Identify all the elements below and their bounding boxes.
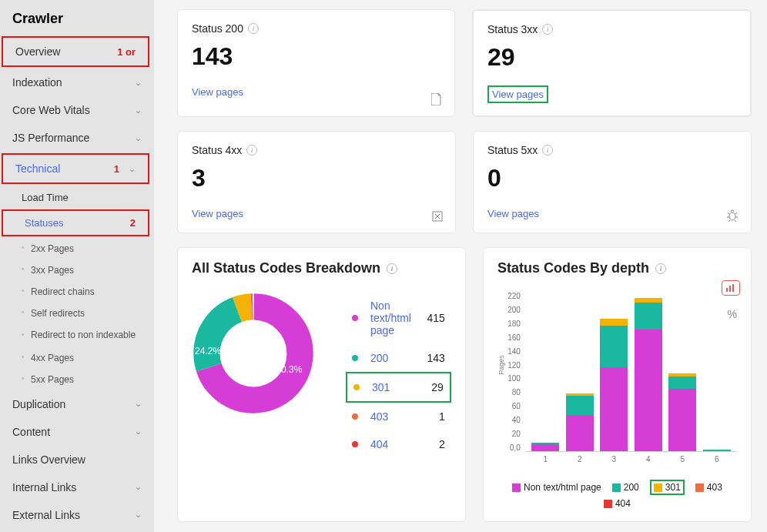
card-value: 0 bbox=[487, 164, 737, 192]
legend-row[interactable]: 200 143 bbox=[346, 344, 451, 372]
info-icon[interactable]: i bbox=[655, 263, 666, 274]
nav-redirect-non-indexable[interactable]: Redirect to non indexable bbox=[0, 324, 154, 347]
nav-3xx-pages[interactable]: 3xx Pages bbox=[0, 259, 154, 281]
card-title: Status 200 i bbox=[192, 22, 440, 35]
donut-pct-label: 0.3% bbox=[281, 364, 302, 375]
nav-self-redirects[interactable]: Self redirects bbox=[0, 303, 154, 324]
legend-item[interactable]: Non text/html page bbox=[512, 482, 601, 493]
info-icon[interactable]: i bbox=[542, 24, 553, 35]
card-depth: Status Codes By depth i % Pages 22020018… bbox=[483, 247, 752, 522]
nav-5xx-pages[interactable]: 5xx Pages bbox=[0, 369, 154, 390]
legend-row-301[interactable]: 301 29 bbox=[346, 372, 451, 403]
card-breakdown: All Status Codes Breakdown i 24.2% 0.3% bbox=[177, 247, 466, 522]
svg-point-1 bbox=[729, 212, 735, 220]
legend-row[interactable]: Non text/html page 415 bbox=[346, 292, 451, 344]
chevron-down-icon: ⌄ bbox=[129, 164, 136, 174]
svg-rect-7 bbox=[729, 286, 731, 292]
legend-item[interactable]: 403 bbox=[695, 482, 722, 493]
info-icon[interactable]: i bbox=[246, 145, 257, 156]
info-icon[interactable]: i bbox=[248, 23, 259, 34]
bars-area bbox=[525, 292, 737, 452]
nav-core-web-vitals[interactable]: Core Web Vitals ⌄ bbox=[0, 96, 154, 124]
nav-indexation[interactable]: Indexation ⌄ bbox=[0, 69, 154, 96]
info-icon[interactable]: i bbox=[387, 263, 397, 274]
bug-icon bbox=[726, 209, 739, 222]
chevron-down-icon: ⌄ bbox=[135, 105, 142, 115]
nav-load-time[interactable]: Load Time bbox=[0, 186, 154, 209]
svg-rect-8 bbox=[732, 284, 734, 292]
nav-external-links[interactable]: External Links ⌄ bbox=[0, 501, 154, 529]
card-title: Status 4xx i bbox=[192, 144, 441, 156]
nav-4xx-pages[interactable]: 4xx Pages bbox=[0, 347, 154, 369]
section-title: Status Codes By depth i bbox=[497, 260, 737, 276]
legend-item[interactable]: 404 bbox=[604, 498, 631, 509]
depth-legend: Non text/html page 200 301 403 404 bbox=[497, 480, 737, 509]
card-status-4xx: Status 4xx i 3 View pages bbox=[177, 131, 456, 233]
chevron-down-icon: ⌄ bbox=[135, 427, 142, 437]
nav-internal-links[interactable]: Internal Links ⌄ bbox=[0, 473, 154, 501]
card-status-3xx: Status 3xx i 29 View pages bbox=[472, 9, 752, 117]
file-icon bbox=[431, 93, 442, 105]
legend-dot bbox=[353, 384, 360, 390]
bar-chart: Pages 220200180160140120100806040200,0 1… bbox=[497, 292, 737, 469]
legend-row[interactable]: 404 2 bbox=[346, 430, 451, 458]
nav-redirect-chains[interactable]: Redirect chains bbox=[0, 281, 154, 303]
legend-item[interactable]: 200 bbox=[612, 482, 639, 493]
y-axis: 220200180160140120100806040200,0 bbox=[497, 292, 521, 452]
view-pages-link[interactable]: View pages bbox=[192, 208, 243, 219]
card-status-200: Status 200 i 143 View pages bbox=[177, 9, 455, 117]
legend-table: Non text/html page 415 200 143 301 29 bbox=[346, 292, 451, 458]
legend-dot bbox=[352, 441, 358, 447]
nav-content[interactable]: Content ⌄ bbox=[0, 418, 154, 446]
close-box-icon bbox=[432, 211, 443, 222]
card-value: 143 bbox=[192, 42, 440, 71]
nav-js-performance[interactable]: JS Performance ⌄ bbox=[0, 124, 154, 152]
nav-overview[interactable]: Overview 1 or bbox=[2, 36, 149, 67]
card-title: Status 5xx i bbox=[487, 144, 737, 156]
legend-dot bbox=[352, 355, 358, 361]
card-value: 3 bbox=[192, 164, 441, 192]
chevron-down-icon: ⌄ bbox=[135, 510, 142, 520]
nav-technical[interactable]: Technical 1 ⌄ bbox=[2, 153, 149, 184]
sidebar: Crawler Overview 1 or Indexation ⌄ Core … bbox=[0, 0, 154, 532]
card-status-5xx: Status 5xx i 0 View pages bbox=[473, 131, 752, 233]
nav-duplication[interactable]: Duplication ⌄ bbox=[0, 390, 154, 418]
chevron-down-icon: ⌄ bbox=[135, 482, 142, 492]
legend-dot bbox=[352, 315, 358, 321]
view-pages-link[interactable]: View pages bbox=[487, 208, 539, 219]
section-title: All Status Codes Breakdown i bbox=[192, 260, 451, 276]
info-icon[interactable]: i bbox=[542, 145, 553, 156]
nav-2xx-pages[interactable]: 2xx Pages bbox=[0, 238, 154, 259]
chevron-down-icon: ⌄ bbox=[135, 399, 142, 409]
card-title: Status 3xx i bbox=[487, 23, 736, 35]
donut-pct-label: 24.2% bbox=[195, 346, 221, 356]
sidebar-title: Crawler bbox=[0, 0, 154, 36]
view-pages-link[interactable]: View pages bbox=[487, 85, 548, 103]
card-value: 29 bbox=[487, 43, 736, 72]
view-pages-link[interactable]: View pages bbox=[192, 86, 243, 98]
donut-chart: 24.2% 0.3% bbox=[192, 292, 315, 415]
chevron-down-icon: ⌄ bbox=[135, 133, 142, 143]
legend-row[interactable]: 403 1 bbox=[346, 403, 451, 430]
legend-dot bbox=[352, 413, 358, 420]
nav-links-overview[interactable]: Links Overview bbox=[0, 446, 154, 473]
chevron-down-icon: ⌄ bbox=[135, 78, 142, 88]
nav-statuses[interactable]: Statuses 2 bbox=[2, 209, 149, 236]
main-content: Status 200 i 143 View pages Status 3xx i… bbox=[154, 0, 767, 532]
x-axis: 123456 bbox=[525, 452, 737, 463]
legend-item-301[interactable]: 301 bbox=[650, 480, 685, 495]
